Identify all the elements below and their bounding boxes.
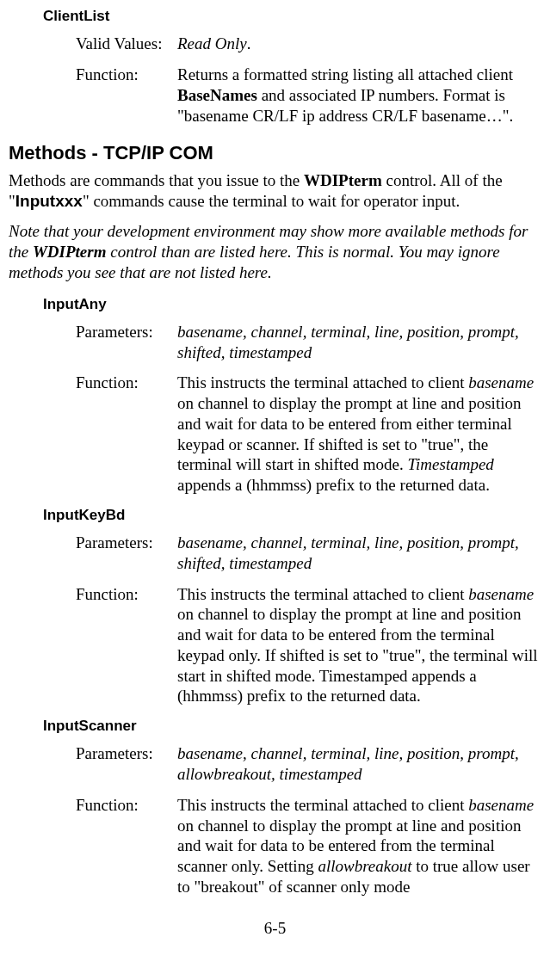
inputany-params-row: Parameters: basename, channel, terminal,… [76, 322, 541, 363]
valid-values-readonly: Read Only [177, 34, 247, 52]
methods-note: Note that your development environment m… [9, 221, 541, 282]
inputkeybd-function-row: Function: This instructs the terminal at… [76, 584, 541, 707]
page-number: 6-5 [9, 918, 541, 939]
document-page: ClientList Valid Values: Read Only. Func… [0, 0, 550, 955]
inputkeybd-title: InputKeyBd [43, 506, 541, 524]
clientlist-func-a: Returns a formatted string listing all a… [177, 65, 513, 83]
inputscanner-params-value: basename, channel, terminal, line, posit… [177, 743, 541, 785]
clientlist-func-basenames: BaseNames [177, 86, 257, 104]
inputkeybd-function-text: This instructs the terminal attached to … [177, 584, 541, 707]
inputkeybd-func-basename: basename [468, 585, 534, 603]
methods-note-wdipterm: WDIPterm [33, 243, 107, 261]
inputkeybd-func-c: on channel to display the prompt at line… [177, 605, 537, 705]
parameters-label: Parameters: [76, 533, 177, 574]
parameters-label: Parameters: [76, 743, 177, 785]
function-label: Function: [76, 584, 177, 707]
inputscanner-func-allowbreakout: allowbreakout [318, 857, 411, 875]
inputscanner-func-a: This instructs the terminal attached to … [177, 796, 468, 814]
inputscanner-function-text: This instructs the terminal attached to … [177, 795, 541, 897]
inputany-func-a: This instructs the terminal attached to … [177, 373, 468, 391]
clientlist-function-text: Returns a formatted string listing all a… [177, 65, 541, 126]
clientlist-function-row: Function: Returns a formatted string lis… [76, 65, 541, 126]
valid-values-period: . [247, 34, 251, 52]
inputany-func-e: appends a (hhmmss) prefix to the returne… [177, 476, 490, 494]
inputany-title: InputAny [43, 295, 541, 313]
inputscanner-params-row: Parameters: basename, channel, terminal,… [76, 743, 541, 785]
function-label: Function: [76, 373, 177, 496]
clientlist-title: ClientList [43, 7, 541, 25]
inputany-func-timestamped: Timestamped [408, 455, 494, 473]
function-label: Function: [76, 65, 177, 126]
methods-intro-inputxxx: Inputxxx [15, 192, 83, 210]
parameters-label: Parameters: [76, 322, 177, 363]
methods-intro: Methods are commands that you issue to t… [9, 170, 541, 212]
methods-intro-a: Methods are commands that you issue to t… [9, 171, 304, 189]
inputany-params-value: basename, channel, terminal, line, posit… [177, 322, 541, 363]
inputscanner-func-basename: basename [468, 796, 534, 814]
inputany-function-row: Function: This instructs the terminal at… [76, 373, 541, 496]
inputscanner-title: InputScanner [43, 717, 541, 735]
methods-intro-wdipterm: WDIPterm [304, 171, 382, 189]
inputkeybd-params-value: basename, channel, terminal, line, posit… [177, 533, 541, 574]
function-label: Function: [76, 795, 177, 897]
methods-heading: Methods - TCP/IP COM [9, 141, 541, 165]
inputany-function-text: This instructs the terminal attached to … [177, 373, 541, 496]
inputkeybd-params-row: Parameters: basename, channel, terminal,… [76, 533, 541, 574]
inputscanner-function-row: Function: This instructs the terminal at… [76, 795, 541, 897]
inputany-func-basename: basename [468, 373, 534, 391]
methods-intro-e: " commands cause the terminal to wait fo… [83, 192, 460, 210]
clientlist-valid-row: Valid Values: Read Only. [76, 34, 541, 54]
valid-values-text: Read Only. [177, 34, 541, 54]
valid-values-label: Valid Values: [76, 34, 177, 54]
inputkeybd-func-a: This instructs the terminal attached to … [177, 585, 468, 603]
